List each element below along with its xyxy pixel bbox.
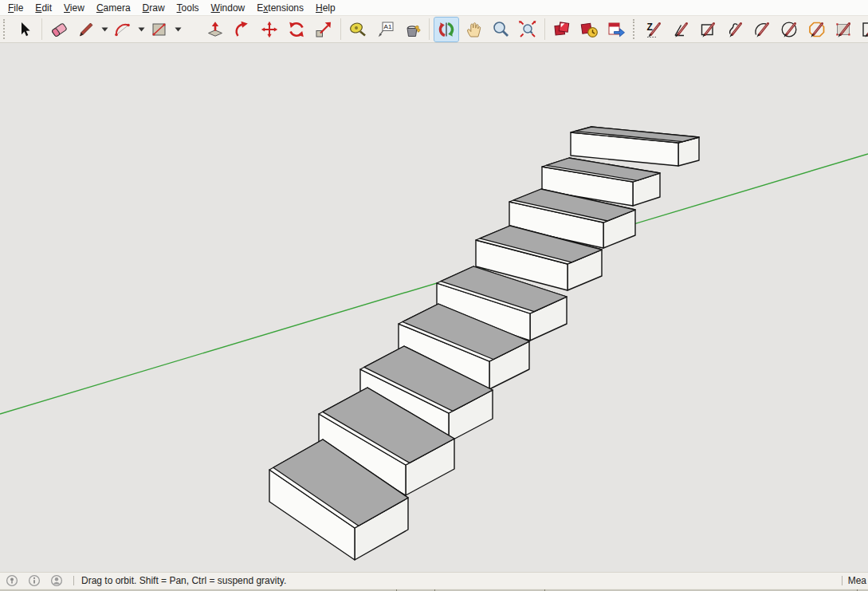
filled-rect-draw-tool-button[interactable]	[832, 18, 856, 41]
tape-icon	[348, 20, 367, 39]
arc-tool-dropdown-caret[interactable]	[136, 18, 146, 41]
menu-help[interactable]: Help	[310, 1, 342, 15]
menu-view[interactable]: View	[58, 1, 91, 15]
zoom-tool-button[interactable]	[489, 18, 513, 41]
arcpen-icon	[753, 20, 772, 39]
menu-tools[interactable]: Tools	[171, 1, 206, 15]
scale-icon	[314, 20, 333, 39]
pan-icon	[464, 20, 483, 39]
chevron-down-icon	[175, 27, 182, 32]
menu-file[interactable]: File	[2, 1, 29, 15]
select-icon	[15, 20, 34, 39]
toolbar-grip[interactable]	[633, 19, 638, 39]
drawing-canvas[interactable]	[0, 43, 868, 572]
freepen-icon	[726, 20, 745, 39]
followme-tool-button[interactable]	[230, 18, 254, 41]
select-tool-button[interactable]	[13, 18, 37, 41]
menu-bar: FileEditViewCameraDrawToolsWindowExtensi…	[0, 0, 868, 15]
fillpen-icon	[835, 20, 854, 39]
rectangle-icon	[150, 20, 169, 39]
clipped-draw-tool-button[interactable]	[859, 18, 868, 41]
toolbar-separator	[41, 18, 42, 40]
geolocation-icon[interactable]	[6, 574, 19, 588]
toolbar-group: A1	[344, 18, 426, 41]
tape-measure-tool-button[interactable]	[346, 18, 370, 41]
circle-draw-tool-button[interactable]	[778, 18, 802, 41]
toolbar-group	[11, 18, 38, 41]
anglepen-icon	[672, 20, 691, 39]
arc-draw-tool-button[interactable]	[751, 18, 775, 41]
zoom-extents-tool-button[interactable]	[516, 18, 540, 41]
ext1-icon	[552, 20, 571, 39]
text-icon: A1	[375, 20, 395, 39]
status-divider	[73, 576, 74, 585]
rectangle-tool-button[interactable]	[147, 18, 171, 41]
status-right: Mea	[836, 575, 868, 586]
eraser-tool-button[interactable]	[47, 18, 71, 41]
rotate-tool-button[interactable]	[285, 18, 308, 41]
toolbar: A1Z	[0, 15, 868, 43]
rectpen-icon	[699, 20, 718, 39]
rectangle-tool-dropdown-caret[interactable]	[173, 18, 183, 41]
chevron-down-icon	[138, 27, 145, 32]
polypen-icon	[807, 20, 827, 39]
toolbar-group	[202, 18, 337, 41]
eraser-icon	[49, 20, 69, 39]
toolbar-group	[548, 18, 630, 41]
measurements-divider	[842, 576, 842, 585]
arc-tool-button[interactable]	[111, 18, 135, 41]
menu-window[interactable]: Window	[206, 1, 252, 15]
move-tool-button[interactable]	[257, 18, 281, 41]
pan-tool-button[interactable]	[461, 18, 485, 41]
orbit-tool-button[interactable]	[434, 18, 458, 41]
zline-draw-tool-button[interactable]: Z	[642, 18, 666, 41]
extension-flip-tool-button[interactable]	[550, 18, 574, 41]
toolbar-group: Z	[641, 18, 868, 41]
chevron-down-icon	[101, 27, 108, 32]
polygon-draw-tool-button[interactable]	[805, 18, 829, 41]
orbit-icon	[437, 20, 456, 39]
circlepen-icon	[780, 20, 799, 39]
text-tool-button[interactable]: A1	[373, 18, 397, 41]
angle-draw-tool-button[interactable]	[670, 18, 693, 41]
followme-icon	[233, 20, 252, 39]
menu-edit[interactable]: Edit	[29, 1, 58, 15]
credits-info-icon[interactable]	[28, 574, 41, 588]
toolbar-grip[interactable]	[3, 19, 9, 39]
arc-icon	[113, 20, 132, 39]
rectangle-draw-tool-button[interactable]	[697, 18, 721, 41]
menu-draw[interactable]: Draw	[137, 1, 171, 15]
status-icons	[0, 574, 64, 588]
line-icon	[77, 20, 96, 39]
svg-text:Z: Z	[647, 21, 653, 32]
model-viewport[interactable]	[0, 43, 868, 572]
status-bar: Drag to orbit. Shift = Pan, Ctrl = suspe…	[0, 572, 868, 589]
line-tool-button[interactable]	[74, 18, 98, 41]
paint-icon	[403, 20, 422, 39]
ext3-icon	[607, 20, 626, 39]
freehand-draw-tool-button[interactable]	[724, 18, 748, 41]
zpen-icon: Z	[645, 20, 664, 39]
svg-text:A1: A1	[384, 23, 392, 30]
scale-tool-button[interactable]	[312, 18, 336, 41]
sign-in-icon[interactable]	[50, 574, 64, 588]
ext2-icon	[579, 20, 599, 39]
extension-export-tool-button[interactable]	[604, 18, 628, 41]
paint-bucket-tool-button[interactable]	[400, 18, 424, 41]
extension-history-tool-button[interactable]	[577, 18, 601, 41]
status-message: Drag to orbit. Shift = Pan, Ctrl = suspe…	[81, 575, 286, 586]
stair-step-9[interactable]	[571, 127, 699, 166]
line-tool-dropdown-caret[interactable]	[100, 18, 109, 41]
toolbar-separator	[340, 18, 341, 40]
clipped-icon	[862, 20, 868, 39]
toolbar-group	[433, 18, 541, 41]
menu-extensions[interactable]: Extensions	[251, 1, 310, 15]
pushpull-icon	[206, 20, 225, 39]
toolbar-separator	[429, 18, 430, 40]
pushpull-tool-button[interactable]	[203, 18, 227, 41]
menu-camera[interactable]: Camera	[91, 1, 137, 15]
measurements-label: Mea	[848, 575, 868, 586]
move-icon	[260, 20, 279, 39]
toolbar-group	[45, 18, 183, 41]
sketchup-window: FileEditViewCameraDrawToolsWindowExtensi…	[0, 0, 868, 591]
